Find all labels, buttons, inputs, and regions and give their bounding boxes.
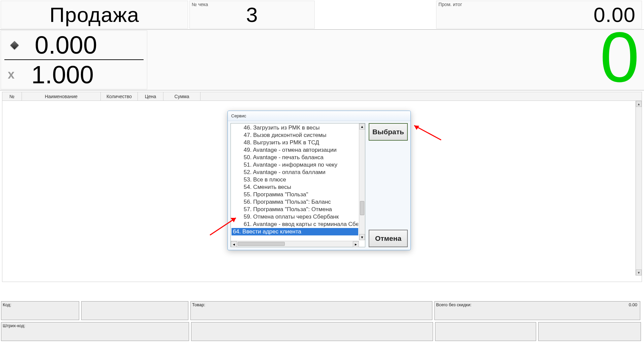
tovar-panel[interactable]: Товар: <box>190 301 432 320</box>
list-hscroll-thumb[interactable] <box>238 242 285 246</box>
list-scroll-right-icon[interactable]: ► <box>353 241 359 247</box>
select-button[interactable]: Выбрать <box>369 123 408 141</box>
total-no-discount-panel: Всего без скидки: 0.00 <box>434 301 640 320</box>
col-rest <box>201 92 642 101</box>
kod-panel-right[interactable] <box>81 301 188 320</box>
service-list-item[interactable]: 57. Программа "Польза": Отмена <box>232 206 358 213</box>
service-list-item[interactable]: 47. Вызов дисконтной системы <box>232 132 358 139</box>
subtotal-label: Пром. итог <box>438 2 462 7</box>
service-list-item[interactable]: 52. Avantage - оплата баллами <box>232 169 358 176</box>
service-list-item[interactable]: 61. Avantage - ввод карты с терминала Сб… <box>232 221 358 228</box>
service-list-item[interactable]: 50. Avantage - печать баланса <box>232 154 358 161</box>
bottom-panel-3[interactable] <box>435 322 536 341</box>
service-list-item[interactable]: 54. Сменить весы <box>232 183 358 191</box>
col-sum[interactable]: Сумма <box>163 92 201 101</box>
col-price[interactable]: Цена <box>138 92 163 101</box>
weight-value: 0.000 <box>25 31 144 59</box>
scroll-up-icon[interactable]: ▲ <box>636 101 642 107</box>
check-number-value: 3 <box>246 3 258 27</box>
service-listbox[interactable]: 46. Загрузить из РМК в весы47. Вызов дис… <box>232 124 358 240</box>
list-scroll-left-icon[interactable]: ◄ <box>231 241 237 247</box>
service-list-item[interactable]: 48. Выгрузить из РМК в ТСД <box>232 139 358 146</box>
dialog-title[interactable]: Сервис <box>228 111 410 121</box>
table-vscroll[interactable]: ▲ ▼ <box>636 101 642 276</box>
bottom-panel-2[interactable] <box>191 322 433 341</box>
header-spacer <box>316 1 435 29</box>
service-list-item[interactable]: 53. Все в плюсе <box>232 176 358 183</box>
service-list-item[interactable]: 46. Загрузить из РМК в весы <box>232 124 358 132</box>
list-vscroll-thumb[interactable] <box>360 201 364 215</box>
total-no-discount-label: Всего без скидки: <box>436 302 471 307</box>
service-list-item[interactable]: 64. Ввести адрес клиента <box>232 228 358 235</box>
list-hscroll-track[interactable] <box>237 241 353 247</box>
service-dialog: Сервис 46. Загрузить из РМК в весы47. Вы… <box>227 111 411 250</box>
weight-icon <box>4 42 25 48</box>
header-row: Продажа № чека 3 Пром. итог 0.00 <box>0 0 644 30</box>
check-number-panel: № чека 3 <box>189 1 315 29</box>
service-list-item[interactable]: 56. Программа "Польза": Баланс <box>232 198 358 206</box>
service-list-item[interactable]: 59. Отмена оплаты через Сбербанк <box>232 213 358 221</box>
list-scroll-down-icon[interactable]: ▼ <box>359 234 365 240</box>
bottom-panels: Код: Товар: Всего без скидки: 0.00 Штрих… <box>0 300 644 342</box>
multiplier-line: x 1.000 <box>1 60 147 89</box>
service-list-item[interactable]: 49. Avantage - отмена авторизации <box>232 146 358 154</box>
col-no[interactable]: № <box>2 92 22 101</box>
line-total-value: 0 <box>600 27 639 88</box>
service-list-frame: 46. Загрузить из РМК в весы47. Вызов дис… <box>231 123 365 247</box>
quantity-block: 0.000 x 1.000 <box>1 30 147 89</box>
mode-panel: Продажа <box>1 1 188 29</box>
total-no-discount-value: 0.00 <box>629 302 637 307</box>
check-number-label: № чека <box>192 2 208 7</box>
col-qty[interactable]: Количество <box>101 92 138 101</box>
col-name[interactable]: Наименование <box>22 92 101 101</box>
service-list-item[interactable]: 51. Avantage - информация по чеку <box>232 161 358 169</box>
multiplier-value: 1.000 <box>21 60 147 89</box>
bottom-panel-4[interactable] <box>538 322 641 341</box>
list-vscroll[interactable]: ▲ ▼ <box>359 123 365 240</box>
scroll-down-icon[interactable]: ▼ <box>636 269 642 276</box>
barcode-label: Штрих-код: <box>3 323 25 328</box>
quantity-row: 0.000 x 1.000 0 <box>0 30 644 90</box>
list-scroll-up-icon[interactable]: ▲ <box>359 123 365 130</box>
kod-label: Код: <box>3 302 11 307</box>
mode-label: Продажа <box>50 3 139 27</box>
weight-line: 0.000 <box>4 31 144 60</box>
service-list-item[interactable]: 55. Программа "Польза" <box>232 191 358 198</box>
table-header: № Наименование Количество Цена Сумма <box>2 92 642 101</box>
multiply-icon: x <box>1 67 21 82</box>
tovar-label: Товар: <box>192 302 205 307</box>
list-hscroll[interactable]: ◄ ► <box>231 241 359 247</box>
barcode-panel[interactable]: Штрих-код: <box>1 322 189 341</box>
cancel-button[interactable]: Отмена <box>369 230 408 247</box>
kod-panel-left[interactable]: Код: <box>1 301 79 320</box>
